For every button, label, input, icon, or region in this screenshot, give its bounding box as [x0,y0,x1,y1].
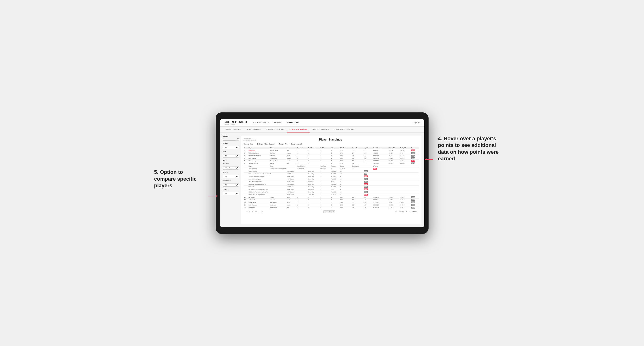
col-adj-score: Adj. Score [340,147,351,149]
region-select[interactable]: N/A [223,175,239,178]
cell-wins: 1 [330,149,340,152]
tab-player-h2h-grid[interactable]: PLAYER H2H GRID [310,127,331,133]
table-row: 24Bastien AmatNew MexicoFourth 12720 69.… [244,201,419,204]
toolbar-clock-icon[interactable]: ⏱ [262,211,263,213]
tab-team-h2h-heatmap[interactable]: TEAM H2H HEATMAP [263,127,287,133]
points-badge-gray[interactable]: 40.27 [411,199,416,201]
view-original-button[interactable]: View: Original [323,210,335,213]
event-row: Jackson Kolson UNCW Seahawk Intercollegi… [244,167,419,170]
points-badge-gray[interactable]: 68.34 [411,157,416,159]
toolbar-more-icon[interactable]: ··· [258,211,260,213]
col-no-rds: No Rds. [319,147,330,149]
filter-gender-label: Gender: [244,143,250,145]
cell-to-par: -3.2 [351,149,363,152]
points-badge-gray[interactable]: 38.49 [411,207,416,208]
watch-button[interactable]: Watch [399,211,404,212]
toolbar-forward-icon[interactable]: ▷ [249,211,250,213]
cell-player[interactable]: Christo Lamprecht [248,160,270,162]
filter-region-value: All [285,143,287,145]
arrow-right-annotation [424,155,436,169]
watch-icon: 👁 [396,211,397,212]
range-fill [223,140,236,141]
points-badge-event[interactable]: 43.64 [373,168,377,170]
nav-committee[interactable]: COMMITTEE [286,120,299,125]
main-content: No Rds. 4 52 Gender Men [220,133,424,227]
points-badge-event[interactable]: 53.60 [364,170,368,172]
year-select[interactable]: (All) [223,154,239,158]
cell-points-highlighted[interactable]: 60.49 [410,160,419,162]
conference-label: Conference [223,180,239,182]
points-badge-event[interactable]: 18.50 [364,183,368,185]
table-row: 1 Wenyi Ding Arizona State First 1 1 15 … [244,149,419,152]
no-rds-label: No Rds. [223,136,239,137]
table-row: 5 Christo Lamprecht Georgia TechFourth 2… [244,160,419,162]
points-badge-gray[interactable]: 58.18 [411,163,416,164]
toolbar-copy-icon[interactable]: ⧉ [256,211,256,213]
table-row: 23Jack LundinMissouriFourth 112400 68.5-… [244,198,419,201]
cell-player[interactable]: Luke Clanton [248,157,270,160]
year-label: Year [223,151,239,153]
svg-marker-1 [425,159,427,160]
points-badge-gray[interactable]: 40.58 [411,196,416,198]
cell-player[interactable]: Jackson Kolson [248,162,270,165]
table-row: 26Petr HrubyWashingtonFifth 72300 68.6-1… [244,206,419,209]
sidebar-no-rds: No Rds. 4 52 [223,136,239,141]
points-badge-event[interactable]: 37.57 [364,178,368,180]
toolbar-back-icon[interactable]: ◁ [246,211,247,213]
nav-teams[interactable]: TEAMS [274,120,281,125]
points-badge[interactable]: 88.27 [411,150,416,151]
toolbar-center: View: Original [323,210,335,213]
toolbar-refresh-icon[interactable]: ↺ [252,211,254,213]
gender-select[interactable]: Men [223,146,239,149]
points-badge-gray[interactable]: 72.1 [411,155,415,157]
event-row: Fallon Oak Collegiate Invitational NCAA … [244,183,419,185]
player-standings-table: # Player School Yr Reg Rank Conf Rank No… [244,147,419,209]
points-badge-event[interactable]: 73.53 [364,175,368,177]
points-badge-event[interactable]: 30.47 [364,186,368,188]
points-badge-gray[interactable]: 76.3 [411,152,415,154]
points-badge-event[interactable]: 40.7 [364,173,368,175]
event-row: SEC Stroke Play hosted by Jerry Pate NCA… [244,190,419,193]
points-badge-red[interactable]: 60.49 [411,160,416,162]
sidebar-region: Region N/A [223,172,239,178]
cell-player[interactable]: Michael Thorbjornsen [248,154,270,157]
cell-player[interactable]: Wenyi Ding [248,149,270,152]
conference-select[interactable]: (All) [223,183,239,186]
logo-text: SCOREBOARD [224,120,247,124]
toolbar-right: 👁 Watch ⬇ ↗ Share [396,211,416,213]
col-points: Points [410,147,419,149]
nav-tournaments[interactable]: TOURNAMENTS [252,120,269,125]
filter-gender: Gender: Men [244,143,253,145]
points-badge-gray[interactable]: 39.95 [411,204,416,206]
event-row: SEC Match Play hosted by Jerry Pate NCAA… [244,188,419,190]
points-badge-event[interactable]: 66.40 [364,194,368,195]
tab-team-h2h-grid[interactable]: TEAM H2H GRID [244,127,264,133]
logo-area: SCOREBOARD Powered by clippi [224,120,247,125]
sign-out-link[interactable]: Sign out [414,122,420,124]
points-badge-event[interactable]: 25.38 [364,188,368,190]
range-slider[interactable] [223,140,239,141]
filter-division-label: Division: [257,143,263,145]
points-badge-event[interactable]: 24.11 [364,181,368,182]
player-select[interactable]: (All) [223,192,239,195]
tab-player-summary[interactable]: PLAYER SUMMARY [287,127,310,133]
share-button[interactable]: Share [412,211,417,212]
range-min: 4 [223,138,224,139]
points-badge-gray[interactable]: 40.02 [411,201,416,203]
col-conf-rank: Conf Rank [307,147,319,149]
col-yr: Yr [286,147,296,149]
col-school: School [269,147,286,149]
points-badge-event[interactable]: 56.18 [364,191,368,193]
col-num: # [244,147,248,149]
cell-player[interactable]: Michael La Sasso [248,152,270,154]
filters-row: Gender: Men Division: NCAA Division I Re… [244,143,419,145]
download-icon[interactable]: ⬇ [406,211,407,213]
cell-points[interactable]: 88.27 [410,149,419,152]
table-row: 4 Luke Clanton Florida StateSecond 52272… [244,157,419,160]
tab-player-h2h-heatmap[interactable]: PLAYER H2H HEATMAP [331,127,357,133]
event-header-row: Player Event Event Division Event Type R… [244,165,419,167]
cell-avg-sg: 3.07 [363,149,372,152]
division-select[interactable]: NCAA Division I [223,166,239,170]
content-panel: Update time: 27/01/2024 16:56:26 Player … [241,136,422,224]
tab-team-summary[interactable]: TEAM SUMMARY [224,127,244,133]
